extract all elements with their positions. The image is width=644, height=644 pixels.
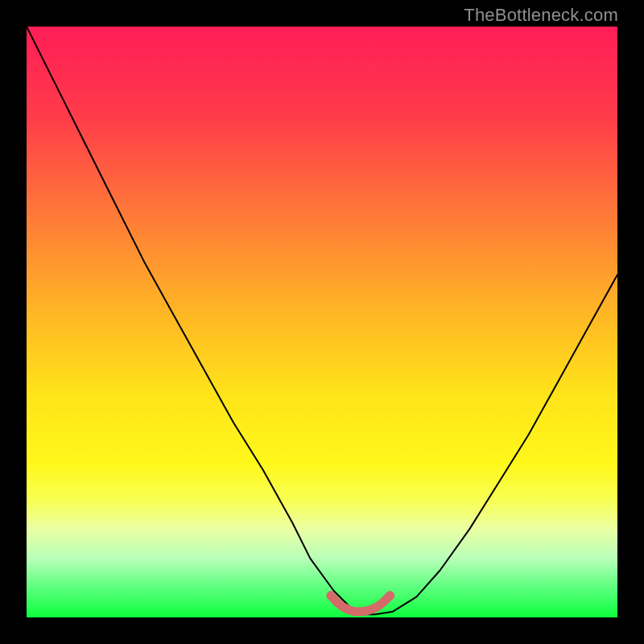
chart-frame: TheBottleneck.com: [0, 0, 644, 644]
watermark-text: TheBottleneck.com: [464, 5, 618, 26]
chart-svg: [27, 27, 617, 617]
main-curve: [27, 27, 617, 614]
plot-area: [27, 27, 617, 617]
svg-point-1: [386, 591, 394, 600]
svg-point-0: [327, 591, 336, 600]
